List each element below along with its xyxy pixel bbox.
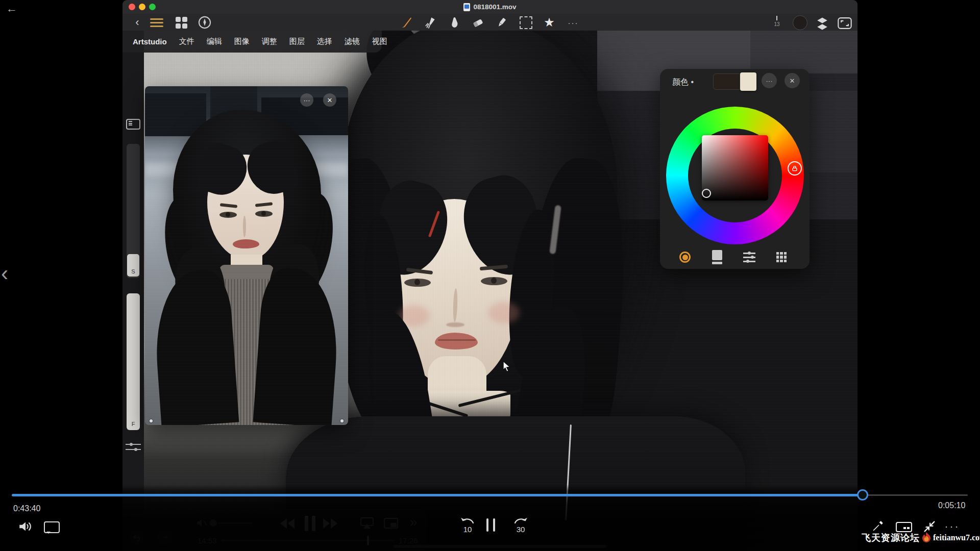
watermark-domain: feitianwu7.com [933,533,980,542]
layers-icon[interactable] [815,15,830,31]
watermark: 飞天资源论坛 feitianwu7.com [862,532,980,544]
collapse-panel-chevron-icon[interactable]: ‹ [1,261,8,286]
paint-tool-icon[interactable] [399,15,414,30]
wheel-mode-tab[interactable] [676,248,694,266]
volume-button[interactable] [17,519,34,534]
box-mode-tab[interactable] [708,248,726,266]
menu-adjust[interactable]: 调整 [256,37,283,46]
menu-select[interactable]: 选择 [311,37,338,46]
remaining-time: 0:05:10 [938,501,965,510]
wet-paint-tool-icon[interactable] [423,15,438,30]
size-slider-thumb[interactable]: S [127,254,139,277]
resize-handle[interactable] [340,419,344,422]
resize-handle[interactable] [150,419,153,422]
brush-size-indicator: 13 [772,16,782,27]
menu-bar: Artstudio 文件 编辑 图像 调整 图层 选择 滤镜 视图 [122,31,382,53]
menu-image[interactable]: 图像 [228,37,256,46]
artstudio-toolbar [122,14,857,31]
brush-sidebar: S F [122,31,144,551]
pressure-pen-icon[interactable] [197,15,212,30]
menu-edit[interactable]: 编辑 [201,37,228,46]
fullscreen-icon[interactable] [837,15,852,31]
reference-more-button[interactable]: ··· [300,93,313,107]
sliders-mode-tab[interactable] [741,248,758,266]
back-arrow-icon[interactable]: ← [6,2,17,15]
palette-mode-tab[interactable] [773,248,790,266]
primary-color-swatch[interactable] [713,73,740,90]
window-title: 0818001.mov [122,0,857,14]
flame-logo-icon [921,532,932,544]
select-tool-icon[interactable] [518,15,533,30]
sb-cursor[interactable] [702,189,711,198]
menu-file[interactable]: 文件 [173,37,201,46]
reference-close-button[interactable]: ✕ [323,93,336,107]
color-panel-title: 颜色 • [672,77,694,88]
mouse-cursor [502,360,512,374]
smudge-tool-icon[interactable] [447,15,462,30]
more-options-button[interactable]: ··· [945,521,960,532]
color-panel: 颜色 • ··· ✕ [660,69,810,269]
brush-settings-icon[interactable] [126,442,141,453]
svg-text:10: 10 [463,525,472,534]
elapsed-time: 0:43:40 [13,504,40,513]
favorites-star-icon[interactable]: ★ [542,15,557,30]
skip-forward-button[interactable]: 30 [510,516,532,537]
menu-hamburger-icon[interactable] [149,15,164,30]
menu-filter[interactable]: 滤镜 [338,37,366,46]
current-color-swatch[interactable] [793,15,807,30]
svg-text:30: 30 [517,525,525,534]
eraser-tool-icon[interactable] [470,15,485,30]
color-panel-more-button[interactable]: ··· [762,73,777,88]
saturation-brightness-square[interactable] [702,135,768,201]
secondary-color-swatch[interactable] [740,72,756,91]
fill-tube-tool-icon[interactable] [494,15,509,30]
gallery-grid-icon[interactable] [174,15,189,30]
watermark-site-name: 飞天资源论坛 [862,532,920,544]
menu-view[interactable]: 视图 [366,37,394,46]
brush-size-slider[interactable]: S [127,144,140,278]
menu-layer[interactable]: 图层 [283,37,311,46]
progress-knob[interactable] [857,489,868,500]
brush-flow-slider[interactable]: F [127,293,140,430]
movie-file-icon [463,3,470,11]
window-titlebar: 0818001.mov [122,0,857,14]
more-tools-icon[interactable]: ··· [566,15,581,30]
pause-button[interactable] [486,518,495,532]
color-panel-close-button[interactable]: ✕ [785,73,800,88]
back-chevron-icon[interactable]: ‹ [130,15,145,30]
reference-photo-panel[interactable]: ··· ✕ [145,86,348,425]
player-stage: ← ‹ 0818001.mov ‹ [0,0,980,551]
hue-lock-indicator[interactable] [788,161,802,176]
progress-fill [12,494,863,496]
video-window[interactable]: 0818001.mov ‹ ★ ··· 13 [122,0,857,551]
menu-artstudio[interactable]: Artstudio [133,37,173,46]
panel-toggle-icon[interactable] [126,119,140,130]
size-tick-icon [776,16,777,20]
captions-button[interactable] [44,521,60,533]
skip-back-button[interactable]: 10 [456,516,478,537]
